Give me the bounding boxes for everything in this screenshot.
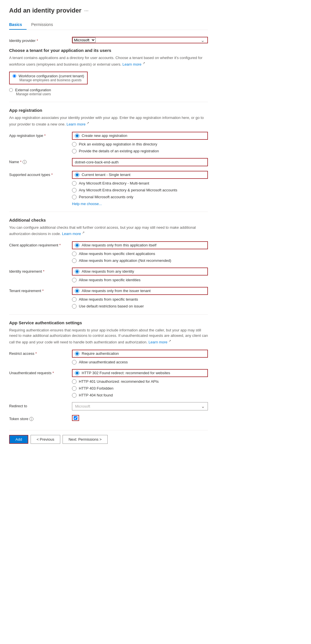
tenant-learn-more-link[interactable]: Learn more xyxy=(123,62,141,66)
http403-option: HTTP 403 Forbidden xyxy=(72,386,208,391)
specific-tenants-radio[interactable] xyxy=(72,297,77,302)
app-service-auth-desc: Requiring authentication ensures that re… xyxy=(9,327,208,345)
app-service-ext-icon: ↗ xyxy=(168,339,171,343)
redirect-to-control: Microsoft xyxy=(72,402,208,410)
any-identity-radio[interactable] xyxy=(75,269,79,274)
divider-2 xyxy=(9,212,208,212)
next-button[interactable]: Next: Permissions > xyxy=(63,435,108,444)
create-new-radio[interactable] xyxy=(75,133,79,138)
issuer-tenant-radio[interactable] xyxy=(75,289,79,293)
restrict-access-row: Restrict access * Require authentication… xyxy=(9,350,208,364)
redirect-to-select-wrapper: Microsoft xyxy=(72,402,208,410)
tab-permissions[interactable]: Permissions xyxy=(31,20,57,30)
default-restrictions-option: Use default restrictions based on issuer xyxy=(72,304,208,309)
multi-tenant-personal-radio[interactable] xyxy=(72,188,77,193)
default-restrictions-radio[interactable] xyxy=(72,304,77,309)
restrict-access-group: Require authentication Allow unauthentic… xyxy=(72,350,208,364)
redirect-to-select[interactable]: Microsoft xyxy=(72,402,208,410)
external-label-text: External configuration xyxy=(15,88,51,92)
token-store-row: Token store i xyxy=(9,415,208,421)
account-types-group: Current tenant - Single tenant Any Micro… xyxy=(72,171,208,206)
identity-provider-select[interactable]: Microsoft Facebook Google Twitter xyxy=(73,37,96,43)
any-app-label: Allow requests from any application (Not… xyxy=(79,258,171,263)
http403-radio[interactable] xyxy=(72,386,77,391)
tab-bar: Basics Permissions xyxy=(9,20,208,30)
workforce-label-text: Workforce configuration (current tenant) xyxy=(19,74,84,78)
multi-tenant-radio[interactable] xyxy=(72,181,77,186)
tab-basics[interactable]: Basics xyxy=(9,20,27,30)
app-reg-type-group: Create new app registration Pick an exis… xyxy=(72,132,208,153)
external-option: External configuration Manage external u… xyxy=(9,88,208,96)
app-registration-desc: An app registration associates your iden… xyxy=(9,115,208,127)
workforce-option-label: Workforce configuration (current tenant) xyxy=(13,74,84,78)
name-label: Name * i xyxy=(9,158,72,164)
allow-unauth-option: Allow unauthenticated access xyxy=(72,360,208,364)
identity-provider-control: Microsoft Facebook Google Twitter xyxy=(72,37,208,43)
multi-tenant-personal-label: Any Microsoft Entra directory & personal… xyxy=(79,188,177,192)
name-input[interactable] xyxy=(72,158,208,166)
additional-checks-learn-more-link[interactable]: Learn more xyxy=(62,232,81,236)
account-types-control: Current tenant - Single tenant Any Micro… xyxy=(72,171,208,206)
http401-radio[interactable] xyxy=(72,379,77,384)
current-tenant-label: Current tenant - Single tenant xyxy=(82,173,131,177)
additional-checks-section: Additional checks You can configure addi… xyxy=(9,218,208,309)
add-button[interactable]: Add xyxy=(9,435,28,444)
allow-unauth-label: Allow unauthenticated access xyxy=(79,360,128,364)
token-store-checkbox[interactable] xyxy=(74,416,77,420)
http401-option: HTTP 401 Unauthorized: recommended for A… xyxy=(72,379,208,384)
name-info-icon[interactable]: i xyxy=(23,160,27,164)
workforce-radio[interactable] xyxy=(13,74,16,78)
footer-buttons: Add < Previous Next: Permissions > xyxy=(9,430,208,444)
specific-clients-radio[interactable] xyxy=(72,252,77,256)
tenant-section: Choose a tenant for your application and… xyxy=(9,48,208,96)
specific-identities-label: Allow requests from specific identities xyxy=(79,278,141,282)
multi-tenant-personal-option: Any Microsoft Entra directory & personal… xyxy=(72,188,208,193)
specific-clients-option: Allow requests from specific client appl… xyxy=(72,252,208,256)
personal-only-label: Personal Microsoft accounts only xyxy=(79,195,133,199)
name-row: Name * i xyxy=(9,158,208,166)
token-store-info-icon[interactable]: i xyxy=(29,417,33,421)
tenant-section-title: Choose a tenant for your application and… xyxy=(9,48,208,53)
require-auth-option: Require authentication xyxy=(72,350,208,358)
provide-details-option: Provide the details of an existing app r… xyxy=(72,149,208,153)
token-store-label: Token store i xyxy=(9,415,72,421)
issuer-tenant-option: Allow requests only from the issuer tena… xyxy=(72,287,208,295)
http404-label: HTTP 404 Not found xyxy=(79,393,113,397)
specific-identities-radio[interactable] xyxy=(72,278,77,282)
any-identity-label: Allow requests from any identity xyxy=(82,269,134,274)
identity-provider-row: Identity provider * Microsoft Facebook G… xyxy=(9,37,208,43)
page-title-ellipsis: ··· xyxy=(84,8,89,14)
app-service-learn-more-link[interactable]: Learn more xyxy=(149,340,167,344)
unauth-requests-row: Unauthenticated requests * HTTP 302 Foun… xyxy=(9,369,208,398)
provide-details-radio[interactable] xyxy=(72,149,77,153)
http302-radio[interactable] xyxy=(75,371,79,375)
pick-existing-radio[interactable] xyxy=(72,142,77,147)
client-app-req-control: Allow requests only from this applicatio… xyxy=(72,241,208,263)
app-reg-type-control: Create new app registration Pick an exis… xyxy=(72,132,208,153)
allow-unauth-radio[interactable] xyxy=(72,360,77,364)
redirect-to-row: Redirect to Microsoft xyxy=(9,402,208,410)
divider-3 xyxy=(9,314,208,315)
token-store-control xyxy=(72,415,208,421)
require-auth-radio[interactable] xyxy=(75,351,79,356)
client-app-req-group: Allow requests only from this applicatio… xyxy=(72,241,208,263)
external-radio[interactable] xyxy=(9,88,13,92)
only-this-app-radio[interactable] xyxy=(75,243,79,248)
previous-button[interactable]: < Previous xyxy=(31,435,60,444)
current-tenant-radio[interactable] xyxy=(75,173,79,177)
specific-identities-option: Allow requests from specific identities xyxy=(72,278,208,282)
additional-checks-title: Additional checks xyxy=(9,218,208,222)
help-me-choose-link[interactable]: Help me choose... xyxy=(72,202,208,206)
http404-radio[interactable] xyxy=(72,393,77,398)
external-link-icon: ↗ xyxy=(143,61,145,65)
client-app-req-label: Client application requirement * xyxy=(9,241,72,247)
app-reg-learn-more-link[interactable]: Learn more xyxy=(67,122,85,126)
divider-1 xyxy=(9,102,208,102)
restrict-access-label: Restrict access * xyxy=(9,350,72,356)
personal-only-radio[interactable] xyxy=(72,195,77,199)
token-store-checkbox-wrapper xyxy=(72,415,79,421)
app-registration-title: App registration xyxy=(9,108,208,113)
http403-label: HTTP 403 Forbidden xyxy=(79,386,113,390)
multi-tenant-option: Any Microsoft Entra directory - Multi-te… xyxy=(72,181,208,186)
any-app-radio[interactable] xyxy=(72,258,77,263)
